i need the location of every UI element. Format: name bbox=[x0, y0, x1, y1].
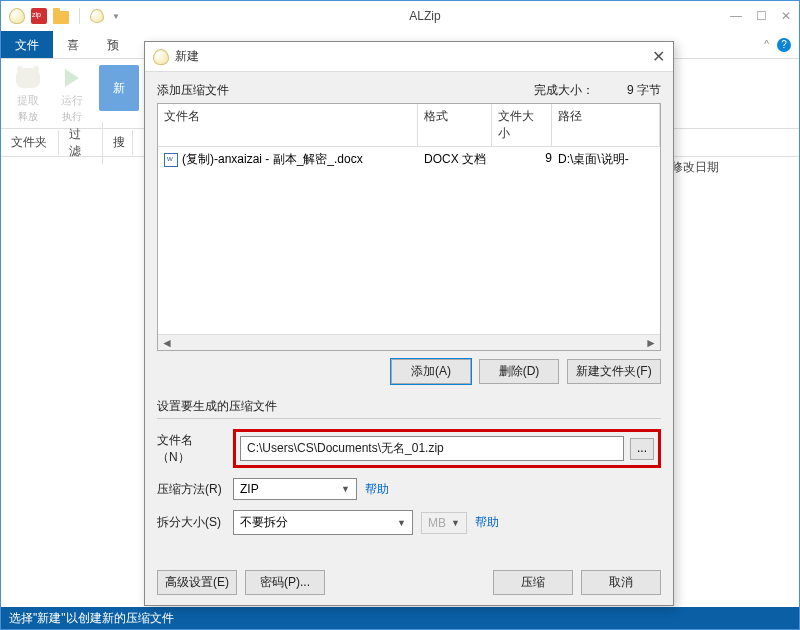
maximize-button[interactable]: ☐ bbox=[756, 9, 767, 23]
extract-button[interactable]: 提取 bbox=[15, 65, 41, 108]
split-label: 拆分大小(S) bbox=[157, 514, 225, 531]
dialog-close-button[interactable]: ✕ bbox=[652, 47, 665, 66]
menu-favorite[interactable]: 喜 bbox=[53, 31, 93, 58]
complete-size-value: 9 字节 bbox=[627, 83, 661, 97]
minimize-button[interactable]: — bbox=[730, 9, 742, 23]
settings-label: 设置要生成的压缩文件 bbox=[157, 398, 661, 415]
cancel-button[interactable]: 取消 bbox=[581, 570, 661, 595]
new-folder-button[interactable]: 新建文件夹(F) bbox=[567, 359, 661, 384]
bear-icon bbox=[16, 68, 40, 88]
close-button[interactable]: ✕ bbox=[781, 9, 791, 23]
password-button[interactable]: 密码(P)... bbox=[245, 570, 325, 595]
col-folders[interactable]: 文件夹 bbox=[1, 130, 59, 155]
compress-button[interactable]: 压缩 bbox=[493, 570, 573, 595]
zip-icon bbox=[31, 8, 47, 24]
filename-label: 文件名（N） bbox=[157, 432, 225, 466]
chevron-down-icon[interactable]: ▼ bbox=[112, 12, 120, 21]
docx-icon bbox=[164, 153, 178, 167]
caret-up-icon[interactable]: ^ bbox=[764, 39, 769, 50]
split-help-link[interactable]: 帮助 bbox=[475, 514, 499, 531]
menu-pref[interactable]: 预 bbox=[93, 31, 133, 58]
col-search[interactable]: 搜 bbox=[103, 130, 133, 155]
chevron-down-icon: ▼ bbox=[397, 518, 406, 528]
delete-button[interactable]: 删除(D) bbox=[479, 359, 559, 384]
table-row[interactable]: (复制)-anxaizai - 副本_解密_.docx DOCX 文档 9 D:… bbox=[158, 147, 660, 172]
scroll-right-icon[interactable]: ► bbox=[644, 336, 658, 350]
new-button[interactable]: 新 bbox=[99, 65, 139, 111]
statusbar: 选择"新建"以创建新的压缩文件 bbox=[1, 607, 799, 629]
split-unit-select: MB ▼ bbox=[421, 512, 467, 534]
chevron-down-icon: ▼ bbox=[341, 484, 350, 494]
release-label: 释放 bbox=[18, 110, 38, 124]
chevron-down-icon: ▼ bbox=[451, 518, 460, 528]
folder-icon[interactable] bbox=[53, 11, 69, 24]
method-select[interactable]: ZIP ▼ bbox=[233, 478, 357, 500]
header-format[interactable]: 格式 bbox=[418, 104, 492, 146]
header-size[interactable]: 文件大小 bbox=[492, 104, 552, 146]
run-button[interactable]: 运行 bbox=[59, 65, 85, 108]
col-filter[interactable]: 过滤 bbox=[59, 122, 103, 164]
header-path[interactable]: 路径 bbox=[552, 104, 660, 146]
method-label: 压缩方法(R) bbox=[157, 481, 225, 498]
menu-file[interactable]: 文件 bbox=[1, 31, 53, 58]
dialog-titlebar: 新建 ✕ bbox=[145, 42, 673, 72]
file-list-header: 文件名 格式 文件大小 路径 bbox=[158, 104, 660, 147]
new-archive-dialog: 新建 ✕ 添加压缩文件 完成大小： 9 字节 文件名 格式 文件大小 路径 (复… bbox=[144, 41, 674, 606]
dialog-title: 新建 bbox=[175, 48, 652, 65]
scroll-left-icon[interactable]: ◄ bbox=[160, 336, 174, 350]
help-icon[interactable]: ? bbox=[777, 38, 791, 52]
method-help-link[interactable]: 帮助 bbox=[365, 481, 389, 498]
header-filename[interactable]: 文件名 bbox=[158, 104, 418, 146]
app-title: ALZip bbox=[120, 9, 730, 23]
horizontal-scrollbar[interactable]: ◄ ► bbox=[158, 334, 660, 350]
filename-input[interactable]: C:\Users\CS\Documents\无名_01.zip bbox=[240, 436, 624, 461]
file-list[interactable]: 文件名 格式 文件大小 路径 (复制)-anxaizai - 副本_解密_.do… bbox=[157, 103, 661, 351]
complete-size-label: 完成大小： bbox=[534, 83, 594, 97]
col-modified[interactable]: 修改日期 bbox=[671, 159, 791, 176]
add-button[interactable]: 添加(A) bbox=[391, 359, 471, 384]
split-size-select[interactable]: 不要拆分 ▼ bbox=[233, 510, 413, 535]
play-icon bbox=[65, 69, 79, 87]
main-titlebar: ▼ ALZip — ☐ ✕ bbox=[1, 1, 799, 31]
add-files-label: 添加压缩文件 bbox=[157, 82, 229, 99]
advanced-button[interactable]: 高级设置(E) bbox=[157, 570, 237, 595]
egg-small-icon bbox=[90, 9, 104, 23]
dialog-icon bbox=[153, 49, 169, 65]
filename-highlight: C:\Users\CS\Documents\无名_01.zip ... bbox=[233, 429, 661, 468]
browse-button[interactable]: ... bbox=[630, 438, 654, 460]
app-icon bbox=[9, 8, 25, 24]
